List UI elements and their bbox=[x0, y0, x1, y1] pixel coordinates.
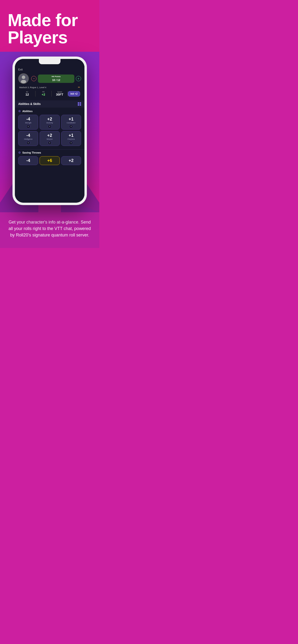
char-class: Warlock 3, Rogue 1, Level 4 bbox=[19, 86, 46, 89]
saving-throw-modifier-2: +6 bbox=[41, 158, 58, 163]
wisdom-name: Wisdom bbox=[41, 138, 58, 140]
initiative-button[interactable]: Init +2 bbox=[68, 91, 80, 96]
ac-label: AC bbox=[19, 91, 35, 93]
speed-stat: Speed 30FT bbox=[52, 91, 68, 96]
pb-value: +2 bbox=[36, 93, 52, 96]
hp-bar: Hit Points 10 / 12 bbox=[38, 74, 74, 83]
charisma-score: 8 bbox=[69, 141, 73, 145]
ability-card-dexterity[interactable]: +2 Dexterity 8 bbox=[40, 115, 60, 130]
intelligence-name: Intelligence bbox=[20, 138, 37, 140]
ability-card-constitution[interactable]: +1 Constitution 8 bbox=[61, 115, 81, 130]
abilities-skills-header: Abilities & Skills bbox=[15, 100, 84, 108]
dexterity-modifier: +2 bbox=[41, 117, 58, 122]
intelligence-modifier: -4 bbox=[20, 133, 37, 138]
saving-throw-modifier-3: +2 bbox=[62, 158, 80, 163]
wisdom-score: 8 bbox=[48, 141, 52, 145]
ac-stat: AC 12 bbox=[19, 91, 35, 96]
description-text: Get your character's info at-a-glance. S… bbox=[8, 219, 92, 238]
hp-increase-button[interactable]: + bbox=[76, 76, 81, 81]
phone-section: Exit − bbox=[0, 52, 99, 212]
dexterity-score: 8 bbox=[48, 124, 52, 128]
charisma-modifier: +1 bbox=[62, 133, 80, 138]
hero-title: Made for Players bbox=[8, 12, 92, 46]
speed-label: Speed bbox=[52, 91, 68, 93]
phone-frame: Exit − bbox=[13, 56, 87, 205]
hp-label: Hit Points bbox=[40, 76, 72, 78]
abilities-icon: ⚙ bbox=[18, 110, 21, 113]
avatar bbox=[18, 73, 29, 84]
abilities-grid-row1: -4 Strength 8 +2 Dexterity 8 +1 Constitu… bbox=[18, 115, 81, 130]
saving-throws-grid: -4 +6 +2 bbox=[18, 156, 81, 165]
description-section: Get your character's info at-a-glance. S… bbox=[0, 212, 99, 248]
saving-throw-card-1[interactable]: -4 bbox=[18, 156, 38, 165]
edit-icon[interactable]: ✏ bbox=[78, 86, 80, 89]
saving-throw-card-3[interactable]: +2 bbox=[61, 156, 81, 165]
strength-name: Strength bbox=[20, 122, 37, 124]
grid-view-icon[interactable] bbox=[78, 102, 81, 106]
phone-notch bbox=[39, 59, 60, 64]
speed-value: 30FT bbox=[52, 93, 68, 96]
pb-stat: PB +2 bbox=[36, 91, 52, 96]
pb-label: PB bbox=[36, 91, 52, 93]
phone-screen: Exit − bbox=[15, 59, 84, 203]
svg-point-2 bbox=[21, 80, 26, 84]
abilities-section: ⚙ Abilities -4 Strength 8 +2 Dexterity bbox=[15, 108, 84, 149]
saving-throws-header: ⚙ Saving Throws bbox=[18, 151, 81, 154]
abilities-grid-row2: -4 Intelligence 8 +2 Wisdom 8 +1 Charism… bbox=[18, 131, 81, 146]
wisdom-modifier: +2 bbox=[41, 133, 58, 138]
saving-throw-modifier-1: -4 bbox=[20, 158, 37, 163]
abilities-subsection-header: ⚙ Abilities bbox=[18, 110, 81, 113]
character-bar: − Hit Points 10 / 12 + bbox=[18, 73, 81, 84]
charisma-name: Charisma bbox=[62, 138, 80, 140]
strength-modifier: -4 bbox=[20, 117, 37, 122]
hero-section: Made for Players bbox=[0, 0, 99, 52]
ability-card-wisdom[interactable]: +2 Wisdom 8 bbox=[40, 131, 60, 146]
exit-label[interactable]: Exit bbox=[18, 68, 81, 71]
app-content: Exit − bbox=[15, 59, 84, 203]
intelligence-score: 8 bbox=[26, 141, 30, 145]
hp-value: 10 / 12 bbox=[52, 78, 60, 82]
svg-point-1 bbox=[22, 76, 26, 79]
ability-card-intelligence[interactable]: -4 Intelligence 8 bbox=[18, 131, 38, 146]
stats-row: AC 12 PB +2 Speed 30FT bbox=[18, 91, 81, 96]
ability-card-strength[interactable]: -4 Strength 8 bbox=[18, 115, 38, 130]
saving-throw-card-2[interactable]: +6 bbox=[40, 156, 60, 165]
hp-decrease-button[interactable]: − bbox=[31, 76, 37, 81]
char-info: Warlock 3, Rogue 1, Level 4 ✏ bbox=[18, 86, 81, 89]
hp-control: − Hit Points 10 / 12 + bbox=[31, 74, 81, 83]
dexterity-name: Dexterity bbox=[41, 122, 58, 124]
saving-throws-icon: ⚙ bbox=[18, 151, 21, 154]
abilities-skills-title: Abilities & Skills bbox=[18, 102, 41, 106]
constitution-modifier: +1 bbox=[62, 117, 80, 122]
ability-card-charisma[interactable]: +1 Charisma 8 bbox=[61, 131, 81, 146]
ac-value: 12 bbox=[19, 93, 35, 96]
app-header: Exit − bbox=[15, 59, 84, 100]
abilities-subsection-title: Abilities bbox=[22, 110, 33, 112]
strength-score: 8 bbox=[26, 124, 30, 128]
saving-throws-title: Saving Throws bbox=[22, 151, 41, 154]
constitution-name: Constitution bbox=[62, 122, 80, 124]
saving-throws-section: ⚙ Saving Throws -4 +6 +2 bbox=[15, 149, 84, 167]
constitution-score: 8 bbox=[69, 124, 73, 128]
